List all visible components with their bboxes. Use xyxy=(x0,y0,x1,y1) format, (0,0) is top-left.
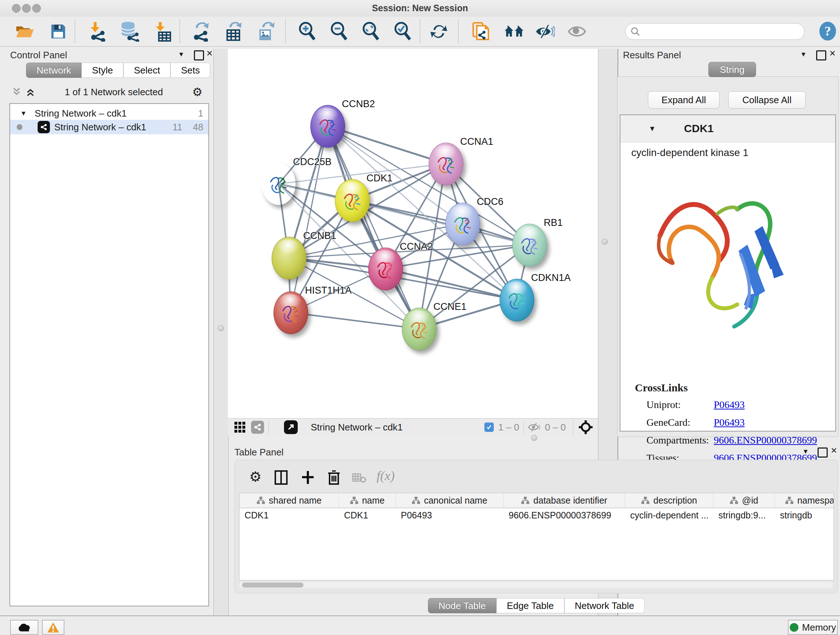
collapse-all-button[interactable]: Collapse All xyxy=(728,91,806,109)
export-image-icon[interactable] xyxy=(256,21,276,42)
expand-all-button[interactable]: Expand All xyxy=(648,91,720,109)
node-card-header[interactable]: ▼ CDK1 xyxy=(621,115,835,142)
help-button[interactable]: ? xyxy=(818,21,838,41)
open-in-browser-icon[interactable] xyxy=(284,420,298,434)
column-header-canonical-name[interactable]: canonical name xyxy=(396,493,504,508)
table-cell[interactable]: 9606.ENSP00000378699 xyxy=(504,510,625,521)
panel-menu-icon[interactable]: ▼ xyxy=(802,448,809,455)
open-session-icon[interactable] xyxy=(14,21,35,42)
network-node-RB1[interactable] xyxy=(512,224,547,266)
float-panel-icon[interactable] xyxy=(194,50,204,60)
network-node-CCNB2[interactable] xyxy=(310,105,345,148)
zoom-out-icon[interactable] xyxy=(328,21,349,42)
float-panel-icon[interactable] xyxy=(818,448,828,458)
network-edge[interactable] xyxy=(327,126,446,164)
add-column-icon[interactable] xyxy=(301,470,315,486)
table-cell[interactable]: stringdb:9... xyxy=(714,510,775,521)
column-header-description[interactable]: description xyxy=(625,493,714,508)
column-header-database-identifier[interactable]: database identifier xyxy=(504,493,625,508)
copy-network-icon[interactable] xyxy=(470,21,491,42)
scrollbar-thumb[interactable] xyxy=(242,583,303,587)
memory-button[interactable]: Memory xyxy=(788,620,838,635)
network-edge[interactable] xyxy=(327,126,419,329)
delete-column-icon[interactable] xyxy=(327,470,340,486)
network-node-CCNA2[interactable] xyxy=(368,248,403,290)
table-cell[interactable]: P06493 xyxy=(396,510,504,521)
network-node-CDK1[interactable] xyxy=(335,179,370,222)
import-table-icon[interactable] xyxy=(153,21,174,42)
tab-edge-table[interactable]: Edge Table xyxy=(496,598,564,613)
network-node-CDC25B[interactable] xyxy=(262,163,295,205)
panel-menu-icon[interactable]: ▼ xyxy=(178,51,185,57)
export-network-icon[interactable] xyxy=(190,21,211,42)
show-columns-icon[interactable] xyxy=(275,470,287,485)
column-header-namespace[interactable]: namespace xyxy=(775,493,834,508)
svg-text:?: ? xyxy=(824,24,831,38)
network-node-CDC6[interactable] xyxy=(445,203,480,245)
float-panel-icon[interactable] xyxy=(816,50,826,60)
show-all-icon[interactable] xyxy=(567,21,587,42)
tab-network[interactable]: Network xyxy=(26,63,81,78)
panel-menu-icon[interactable]: ▼ xyxy=(800,51,807,57)
refresh-icon[interactable] xyxy=(428,21,449,42)
memory-label: Memory xyxy=(802,622,836,633)
horizontal-scrollbar[interactable] xyxy=(239,582,833,588)
hide-selected-icon[interactable] xyxy=(535,21,556,42)
cloud-button[interactable] xyxy=(10,620,38,635)
table-cell[interactable]: cyclin-dependent ... xyxy=(625,510,714,521)
table-cell[interactable]: stringdb xyxy=(775,510,834,521)
string-badge-gray-icon[interactable] xyxy=(251,421,264,434)
collapse-entry-icon[interactable]: ▼ xyxy=(649,125,656,133)
column-header-name[interactable]: name xyxy=(339,493,396,508)
column-header-shared-name[interactable]: shared name xyxy=(240,493,339,508)
tab-sets[interactable]: Sets xyxy=(171,63,210,78)
column-header-@id[interactable]: @id xyxy=(714,493,775,508)
save-session-icon[interactable] xyxy=(48,21,69,42)
close-panel-icon[interactable]: ✕ xyxy=(206,50,213,57)
table-options-gear-icon[interactable]: ⚙ xyxy=(249,469,262,485)
network-collection-row[interactable]: ▼ String Network – cdk1 1 xyxy=(10,107,208,120)
collection-expand-icon[interactable]: ▼ xyxy=(20,110,27,117)
tab-select[interactable]: Select xyxy=(123,63,171,78)
left-splitter[interactable] xyxy=(213,49,229,616)
table-cell[interactable]: CDK1 xyxy=(339,510,396,521)
import-network-database-icon[interactable] xyxy=(119,21,141,42)
zoom-in-icon[interactable] xyxy=(297,21,317,42)
network-node-CDKN1A[interactable] xyxy=(500,279,534,321)
birdseye-view-icon[interactable] xyxy=(234,421,246,433)
right-splitter-handle[interactable] xyxy=(602,239,608,245)
first-neighbors-icon[interactable] xyxy=(504,21,524,42)
fit-content-crosshair-icon[interactable] xyxy=(578,420,593,434)
tab-node-table[interactable]: Node Table xyxy=(428,598,496,613)
network-options-gear-icon[interactable]: ⚙ xyxy=(192,85,202,99)
network-node-CCNA1[interactable] xyxy=(429,143,463,185)
network-node-CCNB1[interactable] xyxy=(272,237,306,279)
zoom-fit-icon[interactable] xyxy=(360,21,381,42)
network-node-HIST1H1A[interactable] xyxy=(273,291,308,334)
close-panel-icon[interactable]: ✕ xyxy=(829,50,836,57)
expand-all-icon[interactable] xyxy=(25,87,35,97)
crosslink-link[interactable]: P06493 xyxy=(714,417,745,428)
selected-checkbox-icon[interactable] xyxy=(485,423,494,432)
table-row[interactable]: CDK1CDK1P064939606.ENSP00000378699cyclin… xyxy=(240,508,834,522)
zoom-selected-icon[interactable] xyxy=(392,21,413,42)
collapse-all-icon[interactable] xyxy=(11,87,22,97)
table-cell[interactable]: CDK1 xyxy=(240,510,339,521)
export-table-icon[interactable] xyxy=(223,21,244,42)
tab-style[interactable]: Style xyxy=(81,63,123,78)
import-network-file-icon[interactable] xyxy=(88,21,109,42)
table-header-row[interactable]: shared namenamecanonical namedatabase id… xyxy=(240,493,834,508)
toolbar-separator xyxy=(74,19,75,43)
network-canvas[interactable]: CCNB2CCNA1CDC25BCDK1CDC6RB1CCNB1CCNA2CDK… xyxy=(228,49,598,418)
crosslink-link[interactable]: P06493 xyxy=(714,399,745,410)
protein-structure-thumbnail xyxy=(339,187,365,217)
tab-network-table[interactable]: Network Table xyxy=(564,598,645,613)
warning-button[interactable] xyxy=(42,620,65,635)
network-edge[interactable] xyxy=(291,312,419,329)
left-splitter-handle[interactable] xyxy=(218,325,224,331)
search-input[interactable] xyxy=(640,26,793,37)
network-row-selected[interactable]: String Network – cdk1 11 48 xyxy=(10,120,208,134)
tab-string[interactable]: String xyxy=(708,62,756,77)
close-panel-icon[interactable]: ✕ xyxy=(831,447,837,455)
network-node-CCNE1[interactable] xyxy=(402,308,437,350)
